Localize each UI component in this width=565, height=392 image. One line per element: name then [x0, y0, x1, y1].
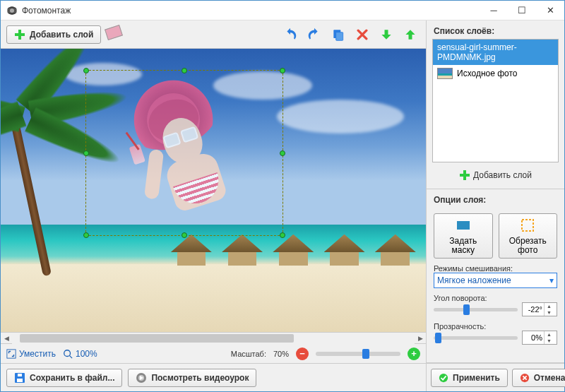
spin-up-icon[interactable]: ▲ [545, 303, 554, 309]
blend-value: Мягкое наложение [437, 275, 511, 285]
rotation-thumb[interactable] [463, 304, 470, 315]
zoom-out-button[interactable]: − [296, 348, 309, 360]
blend-label: Режимы смешивания: [434, 264, 557, 273]
save-button[interactable]: Сохранить в файл... [6, 369, 122, 387]
layers-title: Список слоёв: [427, 20, 564, 39]
zoom-slider-thumb[interactable] [362, 349, 369, 359]
zoom-100-label: 100% [76, 349, 97, 359]
scale-label: Масштаб: [231, 350, 266, 358]
apply-button[interactable]: Применить [431, 369, 508, 387]
opacity-input[interactable]: ▲▼ [522, 331, 557, 345]
add-layer-link-label: Добавить слой [473, 170, 532, 180]
delete-button[interactable] [352, 25, 372, 44]
layer-list[interactable]: sensual-girl-summer-PMDMNMK.jpg Исходное… [432, 39, 559, 162]
svg-rect-13 [457, 221, 470, 230]
add-layer-button[interactable]: Добавить слой [6, 25, 101, 44]
mask-label: Задать маску [449, 237, 477, 255]
add-layer-link[interactable]: Добавить слой [459, 170, 532, 181]
cancel-label: Отмена [534, 373, 565, 383]
svg-rect-5 [7, 349, 16, 357]
top-toolbar: Добавить слой [1, 20, 426, 49]
svg-point-15 [439, 373, 448, 381]
svg-rect-4 [336, 32, 343, 40]
app-window: Фотомонтаж ─ ☐ ✕ Добавить слой [0, 0, 565, 392]
save-label: Сохранить в файл... [30, 373, 114, 383]
fit-label: Уместить [19, 349, 56, 359]
chevron-down-icon: ▾ [549, 275, 554, 285]
bottom-bar: Сохранить в файл... Посмотреть видеоурок [1, 363, 426, 391]
svg-rect-8 [17, 379, 23, 382]
resize-handle[interactable] [83, 68, 89, 73]
svg-point-6 [64, 350, 71, 356]
resize-handle[interactable] [83, 232, 89, 238]
fit-button[interactable]: Уместить [6, 349, 56, 359]
rotation-input[interactable]: ▲▼ [522, 302, 557, 316]
redo-button[interactable] [304, 25, 324, 44]
spin-down-icon[interactable]: ▼ [545, 309, 554, 316]
crop-icon [519, 217, 536, 234]
content: Добавить слой [1, 20, 564, 391]
resize-handle[interactable] [280, 68, 285, 73]
resize-handle[interactable] [182, 68, 187, 73]
opacity-slider[interactable] [434, 336, 518, 340]
blend-mode-combo[interactable]: Мягкое наложение ▾ [434, 273, 557, 288]
canvas[interactable] [1, 49, 426, 332]
scale-value: 70% [273, 350, 289, 358]
resize-handle[interactable] [182, 232, 187, 238]
layer-name: sensual-girl-summer-PMDMNMK.jpg [437, 42, 554, 62]
copy-button[interactable] [328, 25, 348, 44]
spin-up-icon[interactable]: ▲ [545, 331, 554, 338]
selection-box[interactable] [85, 70, 283, 236]
zoom-bar: Уместить 100% Масштаб: 70% − + [1, 343, 426, 363]
zoom-100-button[interactable]: 100% [63, 349, 97, 359]
layer-thumb [437, 68, 453, 79]
maximize-button[interactable]: ☐ [508, 1, 536, 20]
move-up-button[interactable] [400, 25, 420, 44]
options-title: Опции слоя: [427, 189, 564, 208]
layer-item[interactable]: Исходное фото [433, 65, 558, 82]
right-panel: Список слоёв: sensual-girl-summer-PMDMNM… [427, 20, 564, 391]
layer-name: Исходное фото [457, 69, 518, 78]
scroll-track[interactable] [12, 333, 415, 344]
window-controls: ─ ☐ ✕ [480, 1, 564, 20]
layer-item[interactable]: sensual-girl-summer-PMDMNMK.jpg [433, 40, 558, 65]
zoom-slider[interactable] [316, 352, 400, 356]
rotation-slider[interactable] [434, 308, 518, 311]
minimize-button[interactable]: ─ [480, 1, 508, 20]
resize-handle[interactable] [280, 150, 285, 156]
cancel-button[interactable]: Отмена [512, 369, 565, 387]
rotation-value[interactable] [523, 305, 544, 314]
svg-rect-9 [18, 374, 22, 376]
apply-label: Применить [453, 373, 500, 383]
opacity-thumb[interactable] [435, 333, 441, 343]
scroll-right-icon[interactable]: ▶ [415, 333, 426, 344]
opacity-value[interactable] [523, 333, 544, 342]
set-mask-button[interactable]: Задать маску [434, 213, 493, 259]
resize-handle[interactable] [83, 150, 89, 156]
app-icon [6, 5, 18, 16]
video-tutorial-button[interactable]: Посмотреть видеоурок [128, 369, 256, 387]
crop-button[interactable]: Обрезать фото [499, 213, 558, 259]
spin-down-icon[interactable]: ▼ [545, 338, 554, 344]
plus-icon [459, 170, 470, 181]
add-layer-label: Добавить слой [30, 30, 93, 40]
resize-handle[interactable] [280, 232, 285, 238]
window-title: Фотомонтаж [22, 6, 480, 16]
mask-icon [455, 217, 472, 234]
scroll-thumb[interactable] [20, 334, 294, 343]
undo-button[interactable] [280, 25, 300, 44]
close-button[interactable]: ✕ [536, 1, 564, 20]
save-icon [14, 372, 25, 384]
cancel-icon [520, 373, 530, 383]
titlebar: Фотомонтаж ─ ☐ ✕ [1, 1, 564, 20]
svg-rect-14 [522, 220, 533, 231]
scroll-left-icon[interactable]: ◀ [1, 333, 12, 344]
check-icon [439, 373, 448, 383]
left-pane: Добавить слой [1, 20, 427, 391]
move-down-button[interactable] [376, 25, 396, 44]
opacity-label: Прозрачность: [434, 322, 557, 331]
svg-point-1 [10, 8, 14, 13]
video-icon [136, 372, 147, 384]
horizontal-scrollbar[interactable]: ◀ ▶ [1, 332, 426, 343]
zoom-in-button[interactable]: + [408, 348, 420, 360]
